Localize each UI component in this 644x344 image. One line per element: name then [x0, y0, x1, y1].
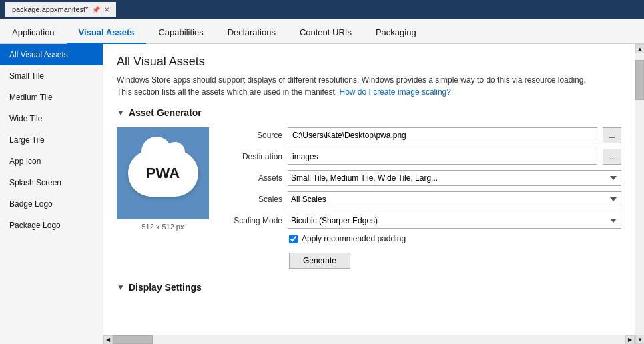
padding-row: Apply recommended padding [289, 234, 621, 243]
asset-generator-title: Asset Generator [129, 107, 202, 118]
tab-capabilities[interactable]: Capabilities [146, 22, 215, 44]
sidebar-item-medium-tile[interactable]: Medium Tile [0, 87, 103, 108]
tab-bar: Application Visual Assets Capabilities D… [0, 19, 644, 44]
scaling-mode-select[interactable]: Bicubic (Sharper Edges) [288, 213, 621, 229]
destination-input[interactable] [288, 149, 597, 165]
scaling-mode-label: Scaling Mode [222, 216, 282, 225]
assets-label: Assets [222, 173, 282, 183]
destination-label: Destination [222, 152, 282, 161]
page-title: All Visual Assets [117, 55, 621, 69]
scroll-up-arrow[interactable]: ▲ [635, 44, 644, 53]
sidebar-item-wide-tile[interactable]: Wide Tile [0, 108, 103, 129]
scroll-thumb[interactable] [635, 60, 644, 100]
scroll-track [113, 335, 625, 344]
asset-generator-header[interactable]: ▼ Asset Generator [117, 107, 621, 118]
assets-select[interactable]: Small Tile, Medium Tile, Wide Tile, Larg… [288, 170, 621, 186]
page-description: Windows Store apps should support displa… [117, 74, 621, 98]
title-bar-tab[interactable]: package.appxmanifest* 📌 ✕ [5, 2, 116, 17]
pwa-cloud: PWA [128, 150, 198, 197]
display-settings-header[interactable]: ▼ Display Settings [117, 282, 621, 293]
scroll-down-arrow[interactable]: ▼ [635, 335, 644, 344]
scaling-mode-row: Scaling Mode Bicubic (Sharper Edges) [222, 213, 621, 229]
scales-label: Scales [222, 195, 282, 204]
source-browse-button[interactable]: ... [603, 127, 621, 143]
preview-container: PWA 512 x 512 px [117, 127, 209, 231]
tab-visual-assets[interactable]: Visual Assets [67, 22, 147, 44]
scaling-link[interactable]: How do I create image scaling? [340, 87, 451, 97]
source-label: Source [222, 131, 282, 140]
assets-row: Assets Small Tile, Medium Tile, Wide Til… [222, 170, 621, 186]
pwa-preview: PWA [117, 127, 209, 219]
sidebar-item-app-icon[interactable]: App Icon [0, 151, 103, 172]
close-icon[interactable]: ✕ [104, 6, 109, 13]
main-layout: All Visual Assets Small Tile Medium Tile… [0, 44, 644, 344]
display-settings-title: Display Settings [129, 282, 202, 293]
tab-packaging[interactable]: Packaging [364, 22, 428, 44]
destination-row: Destination ... [222, 149, 621, 165]
scroll-left-arrow[interactable]: ◀ [103, 335, 113, 345]
display-settings-section: ▼ Display Settings [117, 282, 621, 293]
pin-icon: 📌 [92, 6, 100, 13]
padding-label: Apply recommended padding [302, 234, 406, 243]
scales-row: Scales All Scales [222, 191, 621, 207]
sidebar-item-badge-logo[interactable]: Badge Logo [0, 193, 103, 215]
sidebar-item-package-logo[interactable]: Package Logo [0, 215, 103, 236]
chevron-icon: ▼ [117, 108, 125, 117]
padding-checkbox[interactable] [289, 235, 298, 243]
scroll-right-arrow[interactable]: ▶ [625, 335, 635, 345]
display-chevron-icon: ▼ [117, 283, 125, 292]
generate-button-container: Generate [222, 249, 621, 269]
sidebar-item-large-tile[interactable]: Large Tile [0, 129, 103, 151]
sidebar-item-all-visual-assets[interactable]: All Visual Assets [0, 44, 103, 65]
tab-filename: package.appxmanifest* [12, 5, 88, 13]
tab-content-uris[interactable]: Content URIs [288, 22, 364, 44]
source-row: Source ... [222, 127, 621, 143]
scales-select[interactable]: All Scales [288, 191, 621, 207]
source-input[interactable] [288, 127, 597, 143]
asset-gen-row: PWA 512 x 512 px Source ... Destin [117, 127, 621, 269]
sidebar-item-splash-screen[interactable]: Splash Screen [0, 172, 103, 193]
asset-generator-section: ▼ Asset Generator PWA 512 x 512 px [117, 107, 621, 269]
fields-area: Source ... Destination ... Assets [222, 127, 621, 269]
sidebar-item-small-tile[interactable]: Small Tile [0, 65, 103, 87]
tab-declarations[interactable]: Declarations [216, 22, 288, 44]
preview-size: 512 x 512 px [117, 223, 209, 231]
tab-application[interactable]: Application [0, 22, 67, 44]
sidebar: All Visual Assets Small Tile Medium Tile… [0, 44, 103, 344]
pwa-logo-text: PWA [146, 165, 180, 182]
vertical-scrollbar[interactable]: ▲ ▼ [635, 44, 644, 344]
horizontal-scrollbar[interactable]: ◀ ▶ [103, 335, 635, 344]
generate-button[interactable]: Generate [289, 253, 350, 269]
h-scroll-thumb[interactable] [113, 335, 153, 344]
destination-browse-button[interactable]: ... [603, 149, 621, 165]
content-area: All Visual Assets Windows Store apps sho… [103, 44, 635, 344]
title-bar: package.appxmanifest* 📌 ✕ [0, 0, 644, 19]
